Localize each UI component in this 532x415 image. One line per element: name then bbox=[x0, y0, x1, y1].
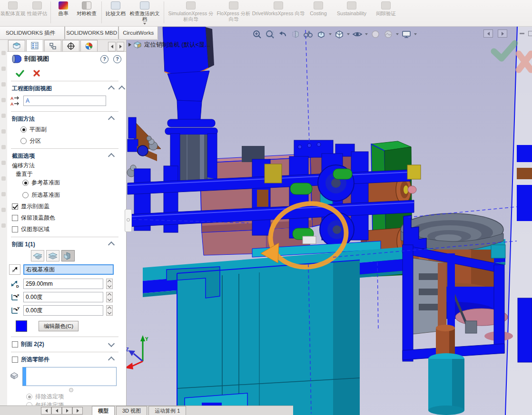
tab-circuitworks[interactable]: CircuitWorks bbox=[118, 26, 158, 39]
front-plane-button[interactable] bbox=[31, 250, 44, 261]
tab-displaymanager[interactable] bbox=[80, 40, 98, 51]
whats-new-help-icon[interactable]: ? bbox=[100, 55, 108, 63]
split-right-icon[interactable] bbox=[498, 29, 507, 38]
zoom-fit-icon[interactable] bbox=[251, 29, 263, 39]
top-plane-button[interactable] bbox=[46, 250, 59, 261]
radio-planar[interactable]: 平面副 bbox=[20, 125, 47, 134]
strip-icon[interactable] bbox=[1, 223, 6, 228]
group-section1-header[interactable]: 剖面 1(1) bbox=[12, 241, 35, 249]
prev-tab-button[interactable] bbox=[51, 407, 62, 415]
strip-icon[interactable] bbox=[1, 51, 6, 55]
check-active-document-caret-icon[interactable] bbox=[143, 23, 146, 25]
section-color-swatch[interactable] bbox=[16, 320, 27, 332]
strip-icon[interactable] bbox=[1, 176, 6, 181]
offset-distance-input[interactable] bbox=[23, 279, 103, 289]
heads-up-toolbar[interactable]: A bbox=[251, 29, 417, 40]
collapse-chevron-icon[interactable] bbox=[108, 357, 115, 363]
left-bracket-assembly[interactable] bbox=[127, 117, 161, 177]
collapse-chevron-icon[interactable] bbox=[108, 86, 115, 92]
tab-solidworks-mbd[interactable]: SOLIDWORKS MBD bbox=[65, 26, 118, 39]
strip-icon[interactable] bbox=[1, 129, 6, 134]
ok-check-icon[interactable] bbox=[16, 69, 24, 77]
panel-scroll-up-icon[interactable] bbox=[118, 86, 125, 92]
reference-entity-picker-button[interactable] bbox=[9, 264, 20, 275]
tab-featuremanager[interactable] bbox=[8, 40, 25, 51]
tab-model[interactable]: 模型 bbox=[92, 406, 115, 415]
edit-color-button[interactable]: 编辑颜色(C) bbox=[39, 321, 79, 331]
coordinate-triad[interactable]: Y Z X bbox=[123, 335, 148, 376]
display-style-caret-icon[interactable] bbox=[347, 33, 350, 35]
check-graphics-only[interactable]: 仅图形区域 bbox=[12, 225, 49, 233]
display-style-icon[interactable] bbox=[334, 29, 345, 39]
apply-scene-icon[interactable] bbox=[383, 29, 394, 39]
view-settings-caret-icon[interactable] bbox=[414, 33, 417, 35]
y-rotation-input[interactable] bbox=[23, 305, 103, 316]
view-orientation-caret-icon[interactable] bbox=[329, 33, 332, 35]
collapse-chevron-icon[interactable] bbox=[108, 153, 115, 160]
restore-icon[interactable] bbox=[528, 31, 532, 36]
ribbon-floxpress[interactable]: FloXpress 分析向导 bbox=[216, 0, 252, 26]
strip-icon[interactable] bbox=[1, 145, 6, 149]
collapse-chevron-icon[interactable] bbox=[108, 116, 115, 123]
next-tab-button[interactable] bbox=[62, 407, 72, 415]
breadcrumb[interactable]: 定位销制造机 (默认<显... bbox=[128, 40, 210, 49]
tab-dimxpertmanager[interactable] bbox=[62, 40, 79, 51]
ribbon-check-active-document[interactable]: 检查激活的文档 bbox=[128, 0, 162, 26]
check-show-section-cap[interactable]: 显示剖面盖 bbox=[12, 203, 49, 211]
group-section2-header[interactable]: 剖面 2(2) bbox=[12, 340, 44, 348]
ribbon-simulationxpress[interactable]: SimulationXpress 分析向导 bbox=[166, 0, 216, 26]
checkbox-unchecked-icon[interactable] bbox=[12, 357, 18, 363]
view-orientation-icon[interactable] bbox=[315, 29, 327, 39]
strip-icon[interactable] bbox=[1, 161, 6, 165]
group-drawing-section-header[interactable]: 工程图剖面视图 bbox=[12, 85, 52, 93]
ribbon-clearance-verification[interactable]: 间隙验证 bbox=[372, 0, 400, 26]
radio-reference-plane[interactable]: 参考基准面 bbox=[22, 179, 60, 187]
radio-zonal[interactable]: 分区 bbox=[20, 137, 41, 145]
zoom-to-area-icon[interactable] bbox=[264, 29, 276, 39]
checkbox-unchecked-icon[interactable] bbox=[12, 341, 18, 347]
strip-icon[interactable] bbox=[1, 208, 6, 212]
radio-selected-plane[interactable]: 所选基准面 bbox=[22, 191, 60, 199]
help-icon[interactable]: ? bbox=[113, 55, 121, 63]
tab-scroll-right[interactable] bbox=[117, 42, 124, 51]
hide-show-items-icon[interactable] bbox=[352, 29, 363, 39]
tab-motion-study[interactable]: 运动算例 1 bbox=[148, 406, 186, 415]
group-section-options-header[interactable]: 截面选项 bbox=[12, 152, 35, 160]
tab-scroll-left[interactable] bbox=[108, 42, 116, 51]
tab-3d-views[interactable]: 3D 视图 bbox=[116, 406, 147, 415]
tab-propertymanager[interactable] bbox=[26, 39, 43, 51]
edit-appearance-icon[interactable] bbox=[370, 29, 381, 39]
apply-scene-caret-icon[interactable] bbox=[396, 33, 399, 35]
ribbon-sustainability[interactable]: Sustainability bbox=[332, 0, 372, 26]
tab-solidworks-addins[interactable]: SOLIDWORKS 插件 bbox=[0, 26, 65, 39]
first-tab-button[interactable] bbox=[41, 407, 51, 415]
group-selected-components-header[interactable]: 所选零部件 bbox=[12, 356, 49, 364]
machine-cabinet[interactable] bbox=[167, 260, 360, 415]
strip-icon[interactable] bbox=[1, 82, 6, 87]
strip-icon[interactable] bbox=[1, 114, 6, 118]
x-rotation-input[interactable] bbox=[23, 292, 103, 302]
group-section-method-header[interactable]: 剖面方法 bbox=[12, 115, 35, 123]
ribbon-driveworksxpress[interactable]: DriveWorksXpress 向导 bbox=[252, 0, 305, 26]
cancel-x-icon[interactable] bbox=[33, 69, 40, 77]
strip-icon[interactable] bbox=[1, 67, 6, 71]
reference-plane-field[interactable]: 右视基准面 bbox=[23, 264, 114, 275]
panel-splitter-handle[interactable] bbox=[125, 209, 132, 232]
previous-view-icon[interactable] bbox=[277, 29, 288, 39]
hide-show-caret-icon[interactable] bbox=[365, 33, 368, 35]
ribbon-curvature[interactable]: 曲率 bbox=[53, 0, 74, 26]
x-rotation-spinner[interactable] bbox=[106, 292, 113, 302]
strip-icon[interactable] bbox=[1, 98, 6, 102]
components-selection-listbox[interactable] bbox=[22, 367, 117, 386]
ribbon-symmetry-check[interactable]: 对称检查 bbox=[74, 0, 99, 26]
distance-spinner[interactable] bbox=[106, 279, 113, 289]
ribbon-assembly-visualization[interactable]: 装配体直观 bbox=[0, 0, 26, 26]
taskpane-mini-controls[interactable] bbox=[520, 31, 532, 36]
ribbon-compare-documents[interactable]: 比较文档 bbox=[104, 0, 128, 26]
resize-grip-icon[interactable] bbox=[69, 388, 73, 392]
split-left-icon[interactable] bbox=[483, 29, 493, 38]
pane-split-controls[interactable] bbox=[483, 29, 507, 38]
right-plane-button[interactable] bbox=[61, 250, 75, 261]
last-tab-button[interactable] bbox=[72, 407, 83, 415]
collapse-chevron-icon[interactable] bbox=[108, 241, 115, 248]
